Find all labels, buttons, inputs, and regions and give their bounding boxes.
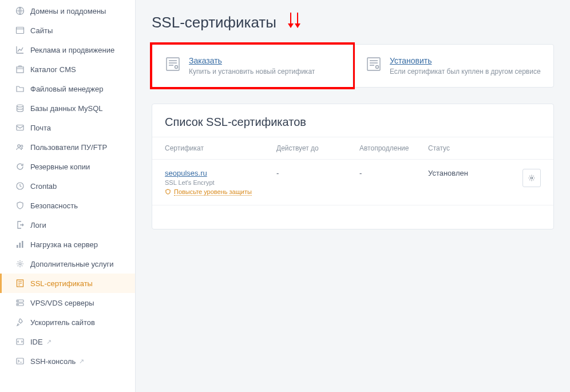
sidebar-item-backup[interactable]: Резервные копии: [0, 157, 135, 176]
sidebar-item-label: SSL-сертификаты: [30, 279, 93, 288]
certificate-icon: [366, 56, 382, 72]
arrow-down-icon: [290, 13, 291, 27]
col-header-autorenew: Автопродление: [359, 144, 428, 152]
sidebar-item-ide[interactable]: IDE ↗: [0, 332, 135, 351]
svg-point-3: [17, 105, 23, 107]
chart-icon: [15, 45, 25, 54]
sidebar-item-users[interactable]: Пользователи ПУ/FTP: [0, 137, 135, 157]
svg-rect-10: [22, 241, 23, 248]
sidebar-item-addons[interactable]: Дополнительные услуги: [0, 254, 135, 274]
sidebar-item-domains[interactable]: Домены и поддомены: [0, 1, 135, 21]
sidebar-item-label: Домены и поддомены: [30, 7, 106, 15]
sidebar-item-label: Crontab: [30, 182, 57, 191]
install-link[interactable]: Установить: [390, 56, 432, 65]
table-row: seopulses.ru SSL Let's Encrypt Повысьте …: [152, 159, 553, 205]
folder-icon: [15, 84, 25, 93]
sidebar-item-promo[interactable]: Реклама и продвижение: [0, 40, 135, 60]
shield-warning-icon: [165, 189, 171, 195]
database-icon: [15, 104, 25, 113]
install-certificate-card[interactable]: Установить Если сертификат был куплен в …: [353, 45, 553, 87]
svg-rect-2: [17, 67, 23, 73]
sidebar-item-label: Резервные копии: [30, 163, 90, 171]
sidebar-item-label: Каталог CMS: [30, 65, 76, 74]
svg-rect-9: [19, 243, 21, 248]
order-subtitle: Купить и установить новый сертификат: [189, 68, 340, 76]
sidebar-item-label: Почта: [30, 124, 51, 132]
table-footer: [152, 205, 553, 229]
sidebar-item-label: SSH-консоль: [30, 357, 76, 366]
svg-point-6: [21, 145, 23, 148]
svg-point-15: [18, 300, 18, 301]
sidebar-item-ssh[interactable]: SSH-консоль ↗: [0, 351, 135, 371]
sidebar-item-label: Логи: [30, 221, 46, 229]
sidebar-item-accelerator[interactable]: Ускоритель сайтов: [0, 312, 135, 332]
arrow-down-icon: [297, 13, 298, 27]
upgrade-protection-link[interactable]: Повысьте уровень защиты: [174, 188, 252, 196]
svg-rect-1: [17, 27, 24, 34]
cell-autorenew: -: [359, 169, 428, 177]
col-header-status: Статус: [428, 144, 518, 152]
sidebar-item-label: Безопасность: [30, 201, 78, 210]
svg-rect-8: [17, 245, 18, 248]
external-link-icon: ↗: [46, 338, 52, 346]
clock-icon: [15, 181, 25, 191]
install-subtitle: Если сертификат был куплен в другом серв…: [390, 68, 541, 76]
page-title: SSL-сертификаты: [152, 14, 554, 31]
sidebar-item-label: IDE: [30, 338, 43, 346]
exit-icon: [15, 220, 25, 229]
rocket-icon: [15, 318, 25, 327]
gear-icon: [528, 174, 536, 182]
cert-type-label: SSL Let's Encrypt: [165, 179, 276, 186]
svg-point-22: [376, 66, 379, 69]
mail-icon: [15, 123, 25, 132]
sidebar-item-cms[interactable]: Каталог CMS: [0, 60, 135, 79]
cert-warning: Повысьте уровень защиты: [165, 188, 276, 196]
main-content: SSL-сертификаты Заказать Купить и устано…: [136, 0, 570, 392]
sidebar-item-label: Базы данных MySQL: [30, 104, 103, 113]
svg-rect-4: [17, 125, 23, 130]
certificate-table: Сертификат Действует до Автопродление Ст…: [152, 137, 553, 229]
col-header-cert: Сертификат: [165, 144, 276, 152]
sidebar-item-label: Ускоритель сайтов: [30, 318, 95, 327]
shield-icon: [15, 201, 25, 210]
annotation-arrows: [290, 13, 298, 27]
sidebar-item-label: Нагрузка на сервер: [30, 240, 98, 249]
server-icon: [15, 298, 25, 307]
users-icon: [15, 142, 25, 152]
svg-point-16: [18, 304, 18, 304]
order-certificate-card[interactable]: Заказать Купить и установить новый серти…: [152, 45, 353, 87]
sidebar-item-ssl[interactable]: SSL-сертификаты: [0, 274, 135, 293]
terminal-icon: [15, 357, 25, 366]
svg-rect-18: [17, 358, 23, 364]
sidebar-item-crontab[interactable]: Crontab: [0, 176, 135, 196]
col-header-expires: Действует до: [276, 144, 359, 152]
sidebar-item-files[interactable]: Файловый менеджер: [0, 79, 135, 98]
sidebar-item-label: VPS/VDS серверы: [30, 299, 94, 307]
svg-point-11: [19, 263, 21, 265]
certificate-list-panel: Список SSL-сертификатов Сертификат Дейст…: [152, 104, 554, 229]
sidebar-item-logs[interactable]: Логи: [0, 215, 135, 235]
code-icon: [15, 337, 25, 346]
sidebar-item-sites[interactable]: Сайты: [0, 21, 135, 40]
action-cards: Заказать Купить и установить новый серти…: [152, 44, 554, 88]
sidebar-item-label: Дополнительные услуги: [30, 260, 113, 268]
order-link[interactable]: Заказать: [189, 56, 222, 65]
box-icon: [15, 65, 25, 74]
sidebar-item-load[interactable]: Нагрузка на сервер: [0, 235, 135, 254]
sidebar-item-mail[interactable]: Почта: [0, 118, 135, 137]
sidebar-item-mysql[interactable]: Базы данных MySQL: [0, 98, 135, 118]
gear-icon: [15, 259, 25, 268]
svg-point-23: [531, 177, 533, 179]
sidebar-item-security[interactable]: Безопасность: [0, 196, 135, 215]
external-link-icon: ↗: [79, 358, 84, 365]
row-settings-button[interactable]: [522, 169, 541, 187]
certificate-icon: [15, 279, 25, 288]
table-header: Сертификат Действует до Автопродление Ст…: [152, 137, 553, 159]
sidebar-item-vps[interactable]: VPS/VDS серверы: [0, 293, 135, 312]
svg-point-20: [175, 66, 178, 69]
cell-status: Установлен: [428, 169, 518, 177]
browser-icon: [15, 26, 25, 35]
globe-icon: [15, 6, 25, 15]
cert-domain-link[interactable]: seopulses.ru: [165, 169, 207, 177]
sidebar: Домены и поддомены Сайты Реклама и продв…: [0, 0, 136, 392]
